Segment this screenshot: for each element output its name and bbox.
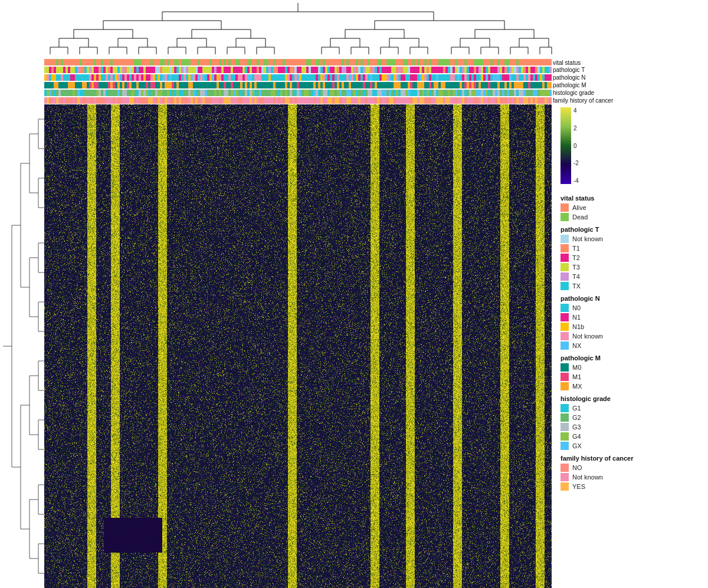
top-dendrogram [44, 0, 552, 59]
legend-color-nx [560, 341, 569, 350]
legend-item-alive: Alive [560, 203, 702, 212]
legend-color-n0 [560, 304, 569, 312]
legend-item-m1: M1 [560, 373, 702, 381]
annotation-canvas [44, 59, 552, 104]
legend-item-g3: G3 [560, 423, 702, 431]
legend-title-family-history: family history of cancer [560, 455, 702, 462]
legend-item-n1: N1 [560, 313, 702, 321]
legend-color-alive [560, 203, 569, 212]
legend-item-yes: YES [560, 482, 702, 491]
legend-label-nx: NX [572, 342, 581, 349]
legend-item-not-known-n: Not known [560, 332, 702, 340]
legend-color-t3 [560, 263, 569, 271]
legend-color-no [560, 464, 569, 472]
legend-item-g1: G1 [560, 404, 702, 412]
legend-label-mx: MX [572, 383, 582, 390]
legend-label-t3: T3 [572, 264, 580, 271]
annotation-bar-labels: vital status pathologic T pathologic N p… [553, 59, 671, 104]
legend-color-t4 [560, 272, 569, 281]
left-dendrogram [0, 104, 44, 588]
legend-color-g4 [560, 432, 569, 441]
legend-item-m0: M0 [560, 363, 702, 372]
legend-label-tx: TX [572, 282, 581, 290]
legend-item-not-known-t: Not known [560, 235, 702, 243]
legend-item-g2: G2 [560, 413, 702, 422]
legend-color-n1b [560, 323, 569, 331]
legend-label-no: NO [572, 464, 582, 471]
legend-item-gx: GX [560, 442, 702, 450]
scale-label-neg2: -2 [573, 160, 579, 166]
legend-label-g3: G3 [572, 423, 581, 431]
legend-color-not-known-n [560, 332, 569, 340]
annotation-bars [44, 59, 552, 104]
ann-label-pathologic-m: pathologic M [553, 82, 671, 89]
scale-label-4: 4 [573, 107, 579, 114]
legend-label-g2: G2 [572, 414, 581, 421]
legend-item-n0: N0 [560, 304, 702, 312]
legend-area: vital status Alive Dead pathologic T Not… [560, 195, 702, 495]
ann-label-family-history: family history of cancer [553, 97, 671, 104]
ann-label-histologic-grade: histologic grade [553, 90, 671, 97]
heatmap-container [44, 104, 552, 588]
legend-color-g2 [560, 413, 569, 422]
scale-tick-labels: 4 2 0 -2 -4 [573, 107, 579, 184]
legend-item-not-known-fh: Not known [560, 473, 702, 481]
legend-title-vital-status: vital status [560, 195, 702, 202]
ann-label-vital-status: vital status [553, 59, 671, 66]
legend-color-m1 [560, 373, 569, 381]
ann-label-pathologic-n: pathologic N [553, 74, 671, 81]
legend-label-not-known-fh: Not known [572, 474, 603, 481]
legend-color-t1 [560, 244, 569, 252]
legend-label-yes: YES [572, 483, 585, 490]
legend-label-dead: Dead [572, 213, 588, 221]
legend-label-gx: GX [572, 442, 582, 449]
legend-label-not-known-t: Not known [572, 235, 603, 242]
legend-label-t2: T2 [572, 254, 580, 261]
legend-item-t2: T2 [560, 254, 702, 262]
legend-family-history: family history of cancer NO Not known YE… [560, 455, 702, 491]
legend-color-not-known-t [560, 235, 569, 243]
legend-item-n1b: N1b [560, 323, 702, 331]
legend-item-tx: TX [560, 282, 702, 290]
scale-label-neg4: -4 [573, 178, 579, 184]
legend-color-g3 [560, 423, 569, 431]
legend-pathologic-n: pathologic N N0 N1 N1b Not known NX [560, 295, 702, 350]
legend-label-g1: G1 [572, 405, 581, 412]
legend-item-t4: T4 [560, 272, 702, 281]
legend-title-pathologic-t: pathologic T [560, 226, 702, 233]
legend-label-g4: G4 [572, 433, 581, 440]
legend-label-alive: Alive [572, 204, 586, 211]
legend-histologic-grade: histologic grade G1 G2 G3 G4 GX [560, 395, 702, 450]
legend-color-t2 [560, 254, 569, 262]
legend-item-g4: G4 [560, 432, 702, 441]
scale-label-2: 2 [573, 125, 579, 132]
legend-pathologic-t: pathologic T Not known T1 T2 T3 T4 TX [560, 226, 702, 290]
legend-title-histologic-grade: histologic grade [560, 395, 702, 402]
legend-label-n1: N1 [572, 314, 581, 321]
legend-title-pathologic-n: pathologic N [560, 295, 702, 302]
legend-vital-status: vital status Alive Dead [560, 195, 702, 221]
legend-color-dead [560, 213, 569, 221]
legend-label-n0: N0 [572, 304, 581, 311]
legend-color-g1 [560, 404, 569, 412]
legend-item-t3: T3 [560, 263, 702, 271]
heatmap-canvas [44, 104, 552, 588]
legend-color-yes [560, 482, 569, 491]
legend-pathologic-m: pathologic M M0 M1 MX [560, 354, 702, 390]
legend-label-m1: M1 [572, 373, 581, 380]
legend-item-nx: NX [560, 341, 702, 350]
legend-label-n1b: N1b [572, 323, 584, 330]
legend-label-t4: T4 [572, 273, 580, 280]
legend-title-pathologic-m: pathologic M [560, 354, 702, 362]
legend-label-t1: T1 [572, 245, 580, 252]
legend-item-dead: Dead [560, 213, 702, 221]
legend-item-mx: MX [560, 382, 702, 390]
legend-color-tx [560, 282, 569, 290]
ann-label-pathologic-t: pathologic T [553, 67, 671, 74]
legend-color-m0 [560, 363, 569, 372]
legend-color-n1 [560, 313, 569, 321]
legend-color-gx [560, 442, 569, 450]
legend-label-not-known-n: Not known [572, 333, 603, 340]
color-scale: 4 2 0 -2 -4 [560, 104, 602, 187]
legend-color-not-known-fh [560, 473, 569, 481]
